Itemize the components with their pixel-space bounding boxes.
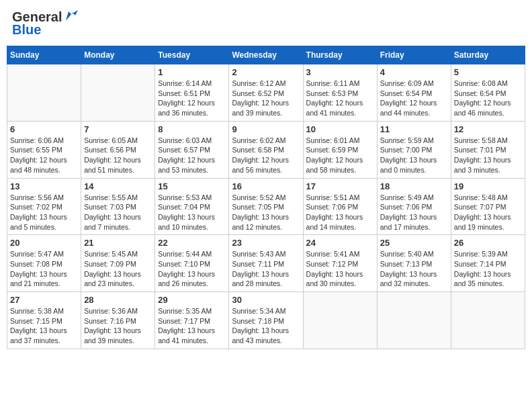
day-number: 22 bbox=[158, 238, 226, 248]
day-info: Sunrise: 6:14 AM Sunset: 6:51 PM Dayligh… bbox=[158, 79, 226, 118]
day-number: 14 bbox=[84, 181, 152, 191]
weekday-header-saturday: Saturday bbox=[451, 46, 525, 64]
calendar-day-8: 8Sunrise: 6:03 AM Sunset: 6:57 PM Daylig… bbox=[155, 121, 229, 178]
day-info: Sunrise: 5:58 AM Sunset: 7:01 PM Dayligh… bbox=[454, 136, 522, 175]
calendar-day-26: 26Sunrise: 5:39 AM Sunset: 7:14 PM Dayli… bbox=[451, 235, 525, 292]
day-info: Sunrise: 5:36 AM Sunset: 7:16 PM Dayligh… bbox=[84, 306, 152, 346]
calendar-day-27: 27Sunrise: 5:38 AM Sunset: 7:15 PM Dayli… bbox=[7, 292, 81, 349]
day-number: 12 bbox=[454, 124, 522, 134]
calendar-day-empty bbox=[7, 64, 81, 122]
calendar-day-29: 29Sunrise: 5:35 AM Sunset: 7:17 PM Dayli… bbox=[155, 292, 229, 349]
day-number: 29 bbox=[158, 295, 226, 305]
day-number: 6 bbox=[10, 124, 78, 134]
day-number: 27 bbox=[10, 295, 78, 305]
day-number: 24 bbox=[306, 238, 374, 248]
weekday-header-sunday: Sunday bbox=[7, 46, 81, 64]
calendar-day-7: 7Sunrise: 6:05 AM Sunset: 6:56 PM Daylig… bbox=[81, 121, 155, 178]
day-number: 19 bbox=[454, 181, 522, 191]
day-info: Sunrise: 5:47 AM Sunset: 7:08 PM Dayligh… bbox=[10, 249, 78, 289]
day-number: 25 bbox=[380, 238, 448, 248]
calendar-table: SundayMondayTuesdayWednesdayThursdayFrid… bbox=[7, 46, 525, 349]
day-number: 16 bbox=[232, 181, 300, 191]
calendar-day-24: 24Sunrise: 5:41 AM Sunset: 7:12 PM Dayli… bbox=[303, 235, 377, 292]
calendar-header-row: SundayMondayTuesdayWednesdayThursdayFrid… bbox=[7, 46, 525, 64]
day-info: Sunrise: 5:39 AM Sunset: 7:14 PM Dayligh… bbox=[454, 249, 522, 289]
day-number: 20 bbox=[10, 238, 78, 248]
day-info: Sunrise: 6:01 AM Sunset: 6:59 PM Dayligh… bbox=[306, 136, 374, 175]
day-info: Sunrise: 6:05 AM Sunset: 6:56 PM Dayligh… bbox=[84, 136, 152, 175]
day-number: 23 bbox=[232, 238, 300, 248]
day-number: 15 bbox=[158, 181, 226, 191]
calendar-day-2: 2Sunrise: 6:12 AM Sunset: 6:52 PM Daylig… bbox=[229, 64, 303, 122]
day-info: Sunrise: 5:55 AM Sunset: 7:03 PM Dayligh… bbox=[84, 193, 152, 232]
calendar-day-10: 10Sunrise: 6:01 AM Sunset: 6:59 PM Dayli… bbox=[303, 121, 377, 178]
day-info: Sunrise: 5:38 AM Sunset: 7:15 PM Dayligh… bbox=[10, 306, 78, 346]
calendar-day-empty bbox=[81, 64, 155, 122]
day-info: Sunrise: 5:48 AM Sunset: 7:07 PM Dayligh… bbox=[454, 193, 522, 232]
day-info: Sunrise: 5:56 AM Sunset: 7:02 PM Dayligh… bbox=[10, 193, 78, 232]
calendar-day-28: 28Sunrise: 5:36 AM Sunset: 7:16 PM Dayli… bbox=[81, 292, 155, 349]
calendar-day-13: 13Sunrise: 5:56 AM Sunset: 7:02 PM Dayli… bbox=[7, 178, 81, 235]
logo: General Blue bbox=[12, 9, 78, 38]
day-info: Sunrise: 6:08 AM Sunset: 6:54 PM Dayligh… bbox=[454, 79, 522, 118]
day-info: Sunrise: 5:43 AM Sunset: 7:11 PM Dayligh… bbox=[232, 249, 300, 289]
day-number: 18 bbox=[380, 181, 448, 191]
calendar-day-21: 21Sunrise: 5:45 AM Sunset: 7:09 PM Dayli… bbox=[81, 235, 155, 292]
logo-blue: Blue bbox=[12, 22, 41, 38]
day-info: Sunrise: 6:09 AM Sunset: 6:54 PM Dayligh… bbox=[380, 79, 448, 118]
calendar-row: 27Sunrise: 5:38 AM Sunset: 7:15 PM Dayli… bbox=[7, 292, 525, 349]
calendar-day-23: 23Sunrise: 5:43 AM Sunset: 7:11 PM Dayli… bbox=[229, 235, 303, 292]
svg-marker-0 bbox=[66, 10, 78, 21]
day-number: 1 bbox=[158, 67, 226, 77]
calendar-day-25: 25Sunrise: 5:40 AM Sunset: 7:13 PM Dayli… bbox=[377, 235, 451, 292]
day-info: Sunrise: 5:34 AM Sunset: 7:18 PM Dayligh… bbox=[232, 306, 300, 346]
calendar-day-4: 4Sunrise: 6:09 AM Sunset: 6:54 PM Daylig… bbox=[377, 64, 451, 122]
calendar-day-11: 11Sunrise: 5:59 AM Sunset: 7:00 PM Dayli… bbox=[377, 121, 451, 178]
day-info: Sunrise: 6:02 AM Sunset: 6:58 PM Dayligh… bbox=[232, 136, 300, 175]
calendar-day-17: 17Sunrise: 5:51 AM Sunset: 7:06 PM Dayli… bbox=[303, 178, 377, 235]
day-number: 13 bbox=[10, 181, 78, 191]
day-info: Sunrise: 5:40 AM Sunset: 7:13 PM Dayligh… bbox=[380, 249, 448, 289]
calendar-day-empty bbox=[377, 292, 451, 349]
day-number: 4 bbox=[380, 67, 448, 77]
day-info: Sunrise: 6:06 AM Sunset: 6:55 PM Dayligh… bbox=[10, 136, 78, 175]
day-number: 26 bbox=[454, 238, 522, 248]
calendar-day-6: 6Sunrise: 6:06 AM Sunset: 6:55 PM Daylig… bbox=[7, 121, 81, 178]
calendar-day-12: 12Sunrise: 5:58 AM Sunset: 7:01 PM Dayli… bbox=[451, 121, 525, 178]
weekday-header-tuesday: Tuesday bbox=[155, 46, 229, 64]
day-number: 21 bbox=[84, 238, 152, 248]
calendar-day-30: 30Sunrise: 5:34 AM Sunset: 7:18 PM Dayli… bbox=[229, 292, 303, 349]
calendar-day-20: 20Sunrise: 5:47 AM Sunset: 7:08 PM Dayli… bbox=[7, 235, 81, 292]
day-info: Sunrise: 5:51 AM Sunset: 7:06 PM Dayligh… bbox=[306, 193, 374, 232]
day-info: Sunrise: 5:41 AM Sunset: 7:12 PM Dayligh… bbox=[306, 249, 374, 289]
calendar-day-1: 1Sunrise: 6:14 AM Sunset: 6:51 PM Daylig… bbox=[155, 64, 229, 122]
calendar-day-9: 9Sunrise: 6:02 AM Sunset: 6:58 PM Daylig… bbox=[229, 121, 303, 178]
day-info: Sunrise: 5:59 AM Sunset: 7:00 PM Dayligh… bbox=[380, 136, 448, 175]
calendar-row: 6Sunrise: 6:06 AM Sunset: 6:55 PM Daylig… bbox=[7, 121, 525, 178]
day-number: 3 bbox=[306, 67, 374, 77]
weekday-header-friday: Friday bbox=[377, 46, 451, 64]
calendar-row: 13Sunrise: 5:56 AM Sunset: 7:02 PM Dayli… bbox=[7, 178, 525, 235]
calendar-day-empty bbox=[451, 292, 525, 349]
day-number: 11 bbox=[380, 124, 448, 134]
day-number: 9 bbox=[232, 124, 300, 134]
calendar-day-16: 16Sunrise: 5:52 AM Sunset: 7:05 PM Dayli… bbox=[229, 178, 303, 235]
day-info: Sunrise: 5:52 AM Sunset: 7:05 PM Dayligh… bbox=[232, 193, 300, 232]
weekday-header-wednesday: Wednesday bbox=[229, 46, 303, 64]
calendar-day-3: 3Sunrise: 6:11 AM Sunset: 6:53 PM Daylig… bbox=[303, 64, 377, 122]
weekday-header-thursday: Thursday bbox=[303, 46, 377, 64]
day-number: 2 bbox=[232, 67, 300, 77]
day-number: 28 bbox=[84, 295, 152, 305]
day-info: Sunrise: 5:49 AM Sunset: 7:06 PM Dayligh… bbox=[380, 193, 448, 232]
calendar-day-14: 14Sunrise: 5:55 AM Sunset: 7:03 PM Dayli… bbox=[81, 178, 155, 235]
day-info: Sunrise: 5:44 AM Sunset: 7:10 PM Dayligh… bbox=[158, 249, 226, 289]
weekday-header-monday: Monday bbox=[81, 46, 155, 64]
day-number: 8 bbox=[158, 124, 226, 134]
calendar-row: 1Sunrise: 6:14 AM Sunset: 6:51 PM Daylig… bbox=[7, 64, 525, 122]
logo-bird-icon bbox=[63, 9, 78, 24]
day-info: Sunrise: 6:11 AM Sunset: 6:53 PM Dayligh… bbox=[306, 79, 374, 118]
header: General Blue bbox=[7, 7, 525, 40]
calendar-day-19: 19Sunrise: 5:48 AM Sunset: 7:07 PM Dayli… bbox=[451, 178, 525, 235]
calendar-day-empty bbox=[303, 292, 377, 349]
calendar-day-15: 15Sunrise: 5:53 AM Sunset: 7:04 PM Dayli… bbox=[155, 178, 229, 235]
